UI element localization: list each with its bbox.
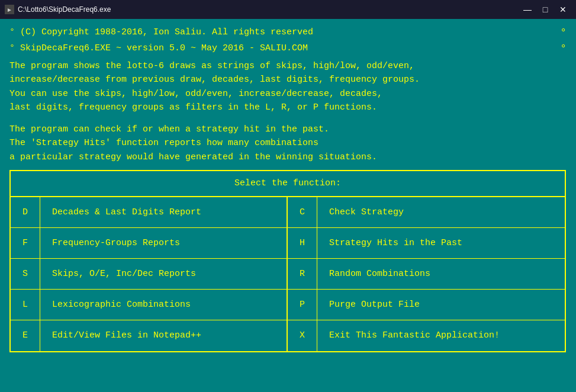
menu-label-H: Strategy Hits in the Past — [317, 237, 474, 250]
menu-item-C[interactable]: C Check Strategy — [288, 197, 565, 228]
version-text: ° SkipDecaFreq6.EXE ~ version 5.0 ~ May … — [9, 42, 308, 56]
menu-label-P: Purge Output File — [317, 298, 432, 312]
menu-grid: D Decades & Last Digits Report C Check S… — [11, 197, 565, 351]
desc-line-3: You can use the skips, high/low, odd/eve… — [9, 87, 567, 101]
menu-label-F: Frequency-Groups Reports — [40, 237, 192, 250]
desc-line-2: increase/decrease from previous draw, de… — [9, 73, 567, 86]
minimize-button[interactable]: — — [519, 2, 536, 17]
title-bar-left: ► C:\Lotto6\SkipDecaFreq6.exe — [5, 5, 111, 14]
menu-key-P: P — [288, 290, 317, 320]
copyright-text: ° (C) Copyright 1988-2016, Ion Saliu. Al… — [9, 26, 313, 40]
desc-line-4: last digits, frequency groups as filters… — [9, 101, 567, 114]
header-line-2: ° SkipDecaFreq6.EXE ~ version 5.0 ~ May … — [9, 41, 567, 57]
maximize-button[interactable]: □ — [537, 2, 554, 17]
menu-key-D: D — [11, 197, 40, 227]
menu-label-C: Check Strategy — [317, 206, 416, 220]
info-text: The program shows the lotto-6 draws as s… — [9, 59, 567, 164]
menu-key-R: R — [288, 259, 317, 289]
menu-key-L: L — [11, 290, 40, 320]
app-icon: ► — [5, 5, 14, 14]
menu-item-R[interactable]: R Random Combinations — [288, 259, 565, 290]
menu-label-R: Random Combinations — [317, 268, 442, 281]
menu-item-L[interactable]: L Lexicographic Combinations — [11, 290, 288, 320]
desc-line-1: The program shows the lotto-6 draws as s… — [9, 59, 567, 73]
menu-container: Select the function: D Decades & Last Di… — [9, 170, 566, 353]
menu-key-E: E — [11, 320, 40, 351]
console-area: ° (C) Copyright 1988-2016, Ion Saliu. Al… — [0, 19, 576, 392]
menu-title: Select the function: — [11, 171, 565, 198]
spacer-1 — [9, 114, 567, 123]
menu-item-S[interactable]: S Skips, O/E, Inc/Dec Reports — [11, 259, 288, 290]
close-button[interactable]: ✕ — [555, 2, 571, 17]
desc-line-6: The 'Strategy Hits' function reports how… — [9, 136, 567, 150]
menu-label-L: Lexicographic Combinations — [40, 298, 202, 312]
title-bar-controls: — □ ✕ — [519, 2, 571, 17]
menu-key-C: C — [288, 197, 317, 227]
header-line-1: ° (C) Copyright 1988-2016, Ion Saliu. Al… — [9, 25, 567, 41]
menu-item-F[interactable]: F Frequency-Groups Reports — [11, 228, 288, 259]
menu-label-S: Skips, O/E, Inc/Dec Reports — [40, 268, 208, 281]
desc-line-7: a particular strategy would have generat… — [9, 150, 567, 164]
menu-item-P[interactable]: P Purge Output File — [288, 290, 565, 320]
menu-item-H[interactable]: H Strategy Hits in the Past — [288, 228, 565, 259]
desc-line-5: The program can check if or when a strat… — [9, 123, 567, 136]
menu-label-X: Exit This Fantastic Application! — [317, 329, 511, 343]
bullet-right-2: ° — [560, 41, 567, 57]
menu-key-H: H — [288, 228, 317, 258]
title-bar: ► C:\Lotto6\SkipDecaFreq6.exe — □ ✕ — [0, 0, 576, 19]
menu-item-D[interactable]: D Decades & Last Digits Report — [11, 197, 288, 228]
menu-key-S: S — [11, 259, 40, 289]
bullet-right-1: ° — [560, 25, 567, 41]
menu-label-D: Decades & Last Digits Report — [40, 206, 213, 220]
menu-label-E: Edit/View Files in Notepad++ — [40, 329, 213, 343]
title-bar-title: C:\Lotto6\SkipDecaFreq6.exe — [18, 5, 111, 14]
menu-item-E[interactable]: E Edit/View Files in Notepad++ — [11, 320, 288, 351]
menu-item-X[interactable]: X Exit This Fantastic Application! — [288, 320, 565, 351]
menu-key-F: F — [11, 228, 40, 258]
menu-key-X: X — [288, 320, 317, 351]
